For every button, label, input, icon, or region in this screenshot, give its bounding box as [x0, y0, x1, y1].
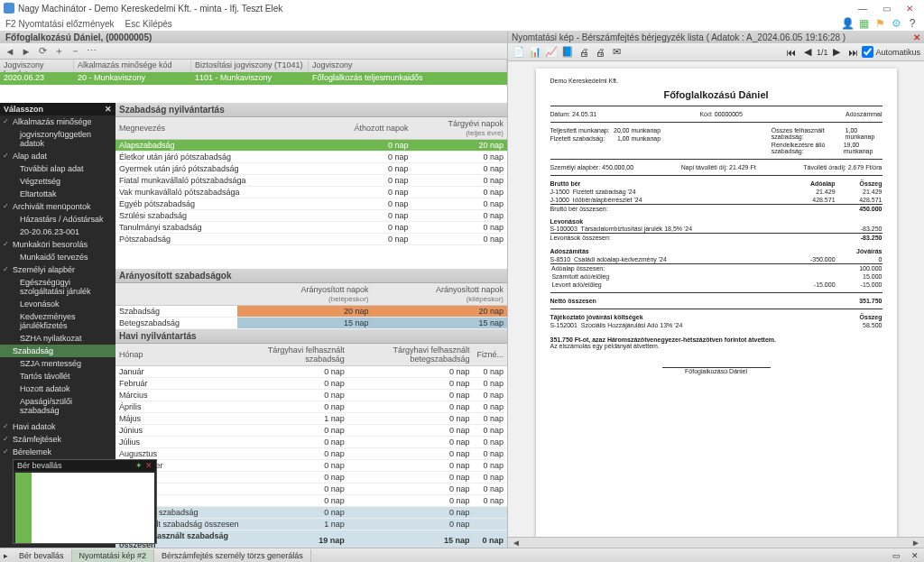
sidebar-item[interactable]: Egészségügyi szolgáltatási járulék	[0, 276, 116, 298]
sidebar-item[interactable]: Személyi alapbér	[0, 263, 116, 276]
next-page-icon[interactable]: ▶	[829, 45, 844, 60]
table-row[interactable]: Április0 nap0 nap0 nap	[116, 401, 507, 413]
sidebar-item[interactable]: Alkalmazás minősége	[0, 115, 116, 128]
sidebar-item[interactable]: Munkaköri besorolás	[0, 238, 116, 251]
footer-minimize-icon[interactable]: ▭	[887, 549, 906, 562]
sidebar-item[interactable]: Hozott adatok	[0, 382, 116, 395]
help-icon[interactable]: ?	[906, 17, 919, 30]
footer-close-icon[interactable]: ✕	[906, 549, 924, 562]
person-header: Főfoglalkozású Dániel, (00000005)	[0, 31, 507, 43]
table-row[interactable]: Szabadság20 nap20 nap	[116, 306, 507, 318]
sidebar-item[interactable]: Végzettség	[0, 175, 116, 188]
scroll-right-icon[interactable]: ►	[911, 538, 920, 548]
table-row[interactable]: November0 nap0 nap0 nap	[116, 484, 507, 495]
prev-page-icon[interactable]: ◀	[800, 45, 815, 60]
scroll-left-icon[interactable]: ◄	[512, 538, 521, 548]
refresh-icon[interactable]: ⟳	[36, 45, 49, 58]
table-row[interactable]: Fiatal munkavállaló pótszabadsága0 nap0 …	[116, 175, 507, 187]
remove-icon[interactable]: －	[69, 45, 81, 58]
flag-icon[interactable]: ⚑	[873, 17, 886, 30]
footer-expand-icon[interactable]: ▸	[0, 551, 12, 560]
table-row[interactable]: Augusztus0 nap0 nap0 nap	[116, 448, 507, 460]
table-row[interactable]: Alapszabadság0 nap20 nap	[116, 140, 507, 152]
excel2-icon[interactable]: 📈	[544, 45, 559, 60]
app-icon	[4, 3, 14, 14]
table-row[interactable]: Január0 nap0 nap0 nap	[116, 366, 507, 378]
thumb-close-icon[interactable]: ✕	[145, 461, 152, 470]
sidebar-item[interactable]: Házastárs / Adóstársak	[0, 213, 116, 226]
table-row[interactable]: Március0 nap0 nap0 nap	[116, 390, 507, 401]
table-row[interactable]: Betegszabadság15 nap15 nap	[116, 318, 507, 329]
menubar: F2 Nyomtatási előzmények Esc Kilépés 👤 ▦…	[0, 16, 924, 31]
sidebar-item[interactable]: jogviszonyfüggetlen adatok	[0, 128, 116, 150]
table-row[interactable]: Szülési szabadság0 nap0 nap	[116, 210, 507, 222]
sidebar-item[interactable]: 20-20.06.23-001	[0, 226, 116, 238]
sidebar-item[interactable]: Eltartottak	[0, 188, 116, 200]
thumb-pin-icon[interactable]: ✦	[135, 461, 143, 470]
table-row[interactable]: Egyéb pótszabadság0 nap0 nap	[116, 198, 507, 210]
menu-f2[interactable]: F2 Nyomtatási előzmények	[5, 19, 115, 29]
table-row[interactable]: Július0 nap0 nap0 nap	[116, 437, 507, 448]
user-icon[interactable]: 👤	[841, 17, 854, 30]
add-icon[interactable]: ＋	[52, 45, 65, 58]
table-row[interactable]: Szeptember0 nap0 nap0 nap	[116, 460, 507, 472]
more-icon[interactable]: ⋯	[85, 45, 97, 58]
close-button[interactable]: ✕	[899, 2, 920, 14]
sidebar-item[interactable]: Bérelemek	[0, 446, 116, 458]
sidebar-item[interactable]: Levonások	[0, 298, 116, 310]
auto-checkbox[interactable]	[862, 46, 873, 58]
printer2-icon[interactable]: 🖨	[593, 45, 607, 60]
maximize-button[interactable]: ▭	[875, 2, 897, 14]
table-row[interactable]: Fel nem használt szabadság összesen19 na…	[116, 530, 507, 548]
szabadsag-table: Megnevezés Áthozott napok Tárgyévi napok…	[116, 117, 507, 245]
sidebar-item[interactable]: Apasági/szülői szabadság	[0, 395, 116, 417]
pdf-icon[interactable]: 📄	[512, 45, 526, 60]
apps-icon[interactable]: ▦	[857, 17, 870, 30]
sidebar-item[interactable]: SZHA nyilatkozat	[0, 332, 116, 345]
table-row[interactable]: Pótszabadság0 nap0 nap	[116, 234, 507, 245]
table-row[interactable]: Vak munkavállaló pótszabadsága0 nap0 nap	[116, 187, 507, 198]
settings-icon[interactable]: ⚙	[890, 17, 902, 30]
sidebar-close-icon[interactable]: ✕	[105, 105, 112, 114]
doc-company: Demo Kereskedelmi Kft.	[550, 78, 882, 84]
footer-tab[interactable]: Nyomtatási kép #2	[72, 549, 155, 562]
table-row[interactable]: Május1 nap0 nap0 nap	[116, 413, 507, 425]
table-row[interactable]: Június0 nap0 nap0 nap	[116, 425, 507, 437]
word-icon[interactable]: 📘	[560, 45, 575, 60]
excel-icon[interactable]: 📊	[528, 45, 542, 60]
mail-icon[interactable]: ✉	[609, 45, 624, 60]
table-row[interactable]: December0 nap0 nap0 nap	[116, 495, 507, 507]
table-row[interactable]: Felhasznált szabadság összesen1 nap0 nap	[116, 519, 507, 530]
preview-scrollbar[interactable]: ◄ ►	[508, 537, 924, 548]
selected-row[interactable]: 2020.06.23 20 - Munkaviszony 1101 - Munk…	[0, 72, 507, 85]
table-row[interactable]: Megváltott szabadság0 nap0 nap	[116, 507, 507, 519]
table-row[interactable]: Október0 nap0 nap0 nap	[116, 472, 507, 484]
signature-line: Főfoglalkozású Dániel	[662, 367, 771, 374]
first-page-icon[interactable]: ⏮	[784, 45, 799, 60]
sidebar-item[interactable]: Tartós távollét	[0, 370, 116, 382]
menu-esc[interactable]: Esc Kilépés	[125, 19, 172, 29]
table-row[interactable]: Tanulmányi szabadság0 nap0 nap	[116, 222, 507, 234]
sidebar-item[interactable]: Számfejtések	[0, 433, 116, 446]
sidebar-item[interactable]: Archivált menüpontok	[0, 200, 116, 213]
sidebar-item[interactable]: Szabadság	[0, 345, 116, 357]
sidebar-item[interactable]: További alap adat	[0, 162, 116, 175]
preview-thumbnail[interactable]: Bér bevallás ✦ ✕	[13, 459, 157, 544]
footer-tab[interactable]: Bér bevallás	[12, 549, 72, 562]
footer-tab[interactable]: Bérszámfejtés személy törzs generálás	[154, 549, 311, 562]
preview-close-icon[interactable]: ✕	[913, 32, 920, 42]
sidebar-item[interactable]: Havi adatok	[0, 420, 116, 433]
minimize-button[interactable]: —	[852, 2, 873, 14]
sidebar-item[interactable]: Kedvezményes járulékfizetés	[0, 310, 116, 332]
print-icon[interactable]: 🖨	[577, 45, 591, 60]
last-page-icon[interactable]: ⏭	[845, 45, 860, 60]
sidebar-item[interactable]: Munkaidő tervezés	[0, 251, 116, 263]
fwd-icon[interactable]: ►	[20, 45, 32, 58]
table-row[interactable]: Február0 nap0 nap0 nap	[116, 378, 507, 390]
sidebar-item[interactable]: SZJA mentesség	[0, 357, 116, 370]
back-icon[interactable]: ◄	[4, 45, 16, 58]
sidebar-item[interactable]: Alap adat	[0, 150, 116, 162]
table-row[interactable]: Gyermek után járó pótszabadság0 nap0 nap	[116, 163, 507, 175]
preview-header: Nyomtatási kép - Bérszámfejtés bérjegyzé…	[508, 31, 924, 43]
table-row[interactable]: Életkor után járó pótszabadság0 nap0 nap	[116, 152, 507, 163]
